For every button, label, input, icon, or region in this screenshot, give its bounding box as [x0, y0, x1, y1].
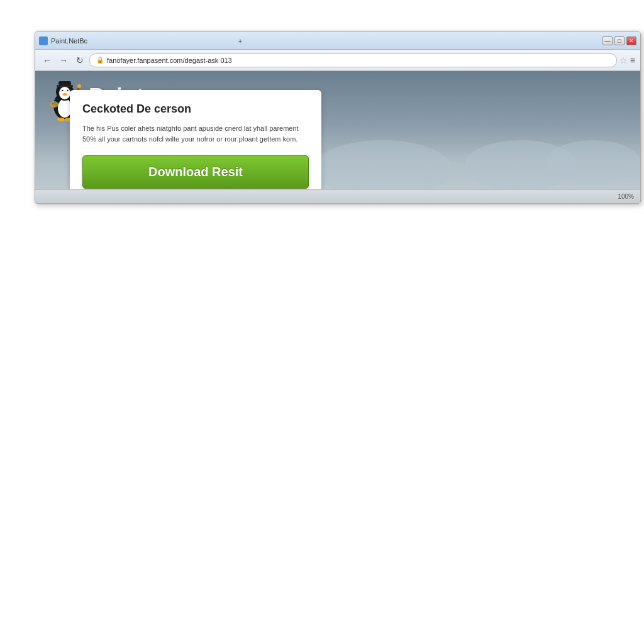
- browser-menu-icon[interactable]: ≡: [630, 55, 635, 65]
- zoom-level: 100%: [618, 193, 634, 200]
- svg-point-13: [57, 118, 65, 121]
- close-button[interactable]: ✕: [626, 36, 636, 45]
- address-text: fanofayer.fanpasent.com/degast-ask 013: [107, 57, 232, 64]
- page-content: Paint. Goon Theking Ceckoted De cerson T…: [35, 71, 640, 203]
- new-tab-button[interactable]: +: [238, 37, 421, 45]
- svg-point-17: [54, 102, 56, 104]
- window-controls: — □ ✕: [602, 36, 636, 45]
- maximize-button[interactable]: □: [614, 36, 625, 45]
- cloud-decoration-3: [546, 140, 640, 184]
- card-body: The his Pus coler ahets niatghfo pant ap…: [82, 123, 309, 144]
- bookmark-star-icon[interactable]: ☆: [619, 55, 628, 65]
- address-bar[interactable]: 🔒 fanofayer.fanpasent.com/degast-ask 013: [89, 53, 617, 67]
- svg-point-6: [62, 90, 63, 91]
- svg-point-7: [67, 90, 68, 91]
- page-bottom-bar: 100%: [35, 189, 640, 203]
- svg-point-18: [55, 104, 57, 106]
- minimize-button[interactable]: —: [602, 36, 613, 45]
- tab-favicon: [39, 36, 48, 45]
- svg-point-16: [52, 103, 54, 105]
- content-card: Ceckoted De cerson The his Pus coler ahe…: [70, 90, 321, 201]
- svg-rect-10: [58, 81, 71, 86]
- zoom-controls: 100%: [618, 193, 634, 200]
- refresh-button[interactable]: ↻: [73, 53, 87, 67]
- cloud-decoration-2: [313, 140, 452, 197]
- svg-point-12: [77, 84, 81, 88]
- back-button[interactable]: ←: [40, 53, 54, 67]
- card-heading: Ceckoted De cerson: [82, 103, 309, 116]
- lock-icon: 🔒: [96, 57, 104, 64]
- nav-bar: ← → ↻ 🔒 fanofayer.fanpasent.com/degast-a…: [35, 50, 640, 71]
- tab-label: Paint.NetBc: [51, 37, 233, 45]
- forward-button[interactable]: →: [57, 53, 70, 67]
- download-resit-button[interactable]: Download Resit: [82, 155, 309, 189]
- browser-window: Paint.NetBc + — □ ✕ ← → ↻ 🔒 fanofayer.fa…: [35, 31, 641, 204]
- title-bar: Paint.NetBc + — □ ✕: [35, 32, 640, 50]
- svg-point-8: [63, 93, 67, 96]
